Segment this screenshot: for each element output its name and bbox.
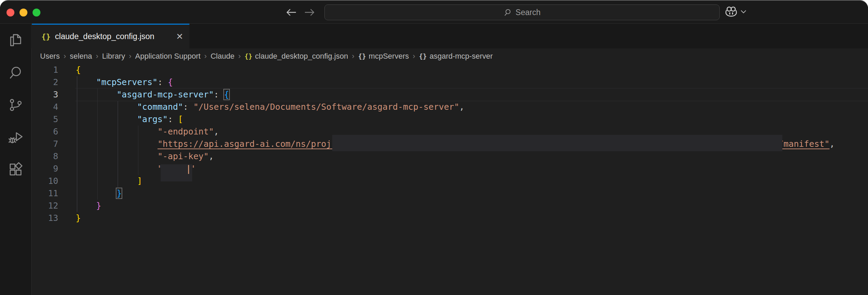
code-token — [76, 114, 137, 124]
activity-bar-item-source-control[interactable] — [8, 97, 24, 113]
code-token: : — [158, 77, 168, 87]
code-line-text[interactable]: } — [58, 200, 101, 212]
code-line-7: 7 "https://api.asgard-ai.com/ns/proj-/ma… — [32, 138, 868, 150]
line-number[interactable]: 13 — [32, 212, 58, 224]
code-line-3: 3 "asgard-mcp-server": { — [32, 88, 868, 101]
breadcrumb-item-claude-desktop-config-json[interactable]: {}claude_desktop_config.json — [245, 52, 348, 61]
code-token — [76, 127, 158, 137]
breadcrumb-label: asgard-mcp-server — [430, 52, 493, 61]
breadcrumb-separator: › — [413, 52, 415, 61]
code-line-13: 13} — [32, 212, 868, 224]
code-line-text[interactable]: "" — [58, 163, 195, 175]
redacted-region — [336, 138, 778, 150]
activity-bar-item-explorer[interactable] — [8, 32, 24, 49]
code-token: } — [116, 188, 122, 198]
breadcrumb-item-asgard-mcp-server[interactable]: {}asgard-mcp-server — [419, 52, 493, 61]
breadcrumb-separator: › — [129, 52, 131, 61]
code-line-text[interactable]: "asgard-mcp-server": { — [58, 88, 229, 101]
breadcrumb-separator: › — [96, 52, 98, 61]
code-token — [76, 77, 96, 87]
minimize-window-button[interactable] — [20, 9, 27, 16]
code-line-12: 12 } — [32, 200, 868, 212]
code-token: : — [183, 102, 194, 112]
code-token: /manifest" — [778, 139, 829, 149]
json-file-icon: {} — [245, 52, 252, 60]
code-token — [76, 164, 158, 174]
code-token: { — [224, 90, 229, 99]
search-placeholder: Search — [516, 8, 541, 17]
line-number[interactable]: 2 — [32, 76, 58, 88]
code-line-text[interactable]: "-endpoint", — [58, 126, 219, 138]
symbol-object-icon: {} — [358, 52, 366, 60]
code-line-text[interactable]: "args": [ — [58, 113, 183, 126]
chevron-down-icon — [741, 10, 746, 14]
text-caret — [188, 165, 189, 174]
line-number[interactable]: 1 — [32, 64, 58, 76]
line-number[interactable]: 12 — [32, 200, 58, 212]
breadcrumb-label: Claude — [211, 52, 235, 61]
line-number[interactable]: 4 — [32, 101, 58, 113]
redacted-region — [163, 163, 190, 175]
line-number[interactable]: 5 — [32, 113, 58, 126]
code-line-text[interactable]: "command": "/Users/selena/Documents/Soft… — [58, 101, 464, 113]
code-line-11: 11 } — [32, 187, 868, 200]
code-area[interactable]: 1{2 "mcpServers": {3 "asgard-mcp-server"… — [32, 64, 868, 295]
code-token: { — [168, 77, 173, 87]
code-line-4: 4 "command": "/Users/selena/Documents/So… — [32, 101, 868, 113]
zoom-window-button[interactable] — [33, 9, 40, 16]
tab-filename: claude_desktop_config.json — [55, 32, 154, 41]
navigate-forward-button[interactable] — [303, 7, 316, 18]
line-number[interactable]: 3 — [32, 88, 58, 101]
titlebar: Search — [0, 1, 868, 24]
code-line-text[interactable]: "https://api.asgard-ai.com/ns/proj-/mani… — [58, 138, 835, 150]
json-file-icon: {} — [41, 32, 51, 41]
line-number[interactable]: 6 — [32, 126, 58, 138]
activity-bar-item-run-and-debug[interactable] — [8, 129, 24, 145]
breadcrumb-item-application-support[interactable]: Application Support — [135, 52, 201, 61]
breadcrumb-item-claude[interactable]: Claude — [211, 52, 235, 61]
tab-claude-desktop-config[interactable]: {} claude_desktop_config.json ✕ — [32, 24, 189, 48]
code-token: , — [209, 151, 214, 161]
code-token: : — [168, 114, 178, 124]
code-line-text[interactable]: } — [58, 212, 81, 224]
code-token — [76, 151, 158, 161]
redaction-box — [161, 164, 192, 181]
code-line-text[interactable]: } — [58, 187, 122, 200]
code-line-9: 9 "" — [32, 163, 868, 175]
tab-bar: {} claude_desktop_config.json ✕ — [32, 24, 868, 48]
code-line-text[interactable]: "-api-key", — [58, 150, 214, 163]
code-token: } — [76, 213, 81, 223]
breadcrumb-item-mcpservers[interactable]: {}mcpServers — [358, 52, 409, 61]
code-token: ] — [137, 176, 142, 186]
line-number[interactable]: 8 — [32, 150, 58, 163]
code-token — [76, 188, 116, 198]
main-area: {} claude_desktop_config.json ✕ Users›se… — [0, 24, 868, 295]
code-line-text[interactable]: ] — [58, 175, 142, 187]
code-line-text[interactable]: { — [58, 64, 81, 76]
activity-bar-item-extensions[interactable] — [8, 161, 24, 178]
code-token: } — [96, 201, 101, 211]
navigate-back-button[interactable] — [285, 7, 297, 18]
copilot-menu[interactable] — [725, 6, 746, 17]
line-number[interactable]: 11 — [32, 187, 58, 200]
command-center-search[interactable]: Search — [324, 4, 720, 20]
breadcrumb-item-users[interactable]: Users — [40, 52, 60, 61]
activity-bar-item-search[interactable] — [8, 64, 24, 81]
line-number[interactable]: 9 — [32, 163, 58, 175]
breadcrumb-label: selena — [70, 52, 92, 61]
vscode-window: Search {} — [0, 0, 868, 295]
line-number[interactable]: 7 — [32, 138, 58, 150]
code-token: [ — [178, 114, 183, 124]
breadcrumb-item-selena[interactable]: selena — [70, 52, 92, 61]
code-token — [76, 90, 116, 99]
close-window-button[interactable] — [7, 9, 14, 16]
code-token: "command" — [137, 102, 183, 112]
breadcrumb-separator: › — [238, 52, 240, 61]
breadcrumb-item-library[interactable]: Library — [102, 52, 125, 61]
code-line-5: 5 "args": [ — [32, 113, 868, 126]
code-line-8: 8 "-api-key", — [32, 150, 868, 163]
line-number[interactable]: 10 — [32, 175, 58, 187]
code-line-text[interactable]: "mcpServers": { — [58, 76, 173, 88]
tab-close-button[interactable]: ✕ — [176, 32, 183, 41]
code-token: , — [214, 127, 219, 137]
